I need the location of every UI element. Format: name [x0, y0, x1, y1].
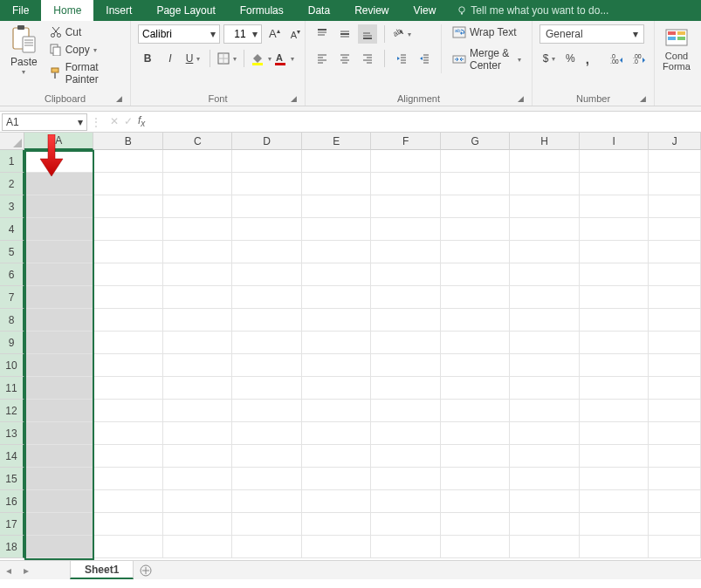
cell[interactable] — [93, 195, 162, 218]
cell[interactable] — [232, 309, 301, 332]
tell-me-search[interactable]: Tell me what you want to do... — [448, 0, 617, 21]
cell[interactable] — [649, 400, 701, 422]
font-name-select[interactable]: ▾ — [138, 24, 220, 44]
cell[interactable] — [24, 150, 93, 173]
cell[interactable] — [93, 309, 162, 332]
cell[interactable] — [371, 513, 440, 536]
cell[interactable] — [163, 263, 232, 286]
cell[interactable] — [232, 536, 301, 558]
cell[interactable] — [510, 173, 579, 195]
cell[interactable] — [232, 513, 301, 536]
cell[interactable] — [510, 445, 579, 468]
cell[interactable] — [510, 263, 579, 286]
cell[interactable] — [302, 263, 371, 286]
row-header[interactable]: 3 — [0, 195, 24, 218]
cell[interactable] — [163, 218, 232, 241]
cell[interactable] — [371, 422, 440, 445]
cell[interactable] — [24, 490, 93, 513]
cell[interactable] — [24, 445, 93, 468]
cell[interactable] — [371, 354, 440, 377]
cell[interactable] — [371, 377, 440, 400]
cell[interactable] — [232, 490, 301, 513]
cell[interactable] — [93, 468, 162, 490]
cell[interactable] — [163, 150, 232, 173]
formula-input[interactable] — [154, 113, 698, 131]
cell[interactable] — [580, 332, 649, 354]
borders-button[interactable]: ▾ — [217, 49, 237, 68]
number-format-select[interactable]: General ▾ — [539, 24, 644, 44]
cell[interactable] — [580, 150, 649, 173]
cell[interactable] — [371, 218, 440, 241]
cell[interactable] — [510, 400, 579, 422]
comma-button[interactable]: , — [582, 49, 593, 68]
cell[interactable] — [93, 377, 162, 400]
bold-button[interactable]: B — [138, 49, 157, 68]
cell[interactable] — [580, 309, 649, 332]
copy-button[interactable]: Copy ▾ — [46, 42, 123, 58]
cell[interactable] — [93, 445, 162, 468]
name-box[interactable]: A1 ▾ — [2, 113, 87, 131]
cell[interactable] — [441, 263, 510, 286]
cell[interactable] — [302, 377, 371, 400]
font-size-select[interactable]: ▾ — [223, 24, 262, 44]
cell[interactable] — [580, 241, 649, 263]
tab-home[interactable]: Home — [41, 0, 93, 21]
cell[interactable] — [24, 173, 93, 195]
column-header[interactable]: H — [510, 133, 579, 150]
cell[interactable] — [580, 195, 649, 218]
cell[interactable] — [302, 150, 371, 173]
cell[interactable] — [93, 354, 162, 377]
sheet-nav-next[interactable]: ▸ — [17, 561, 35, 579]
tab-page-layout[interactable]: Page Layout — [144, 0, 227, 21]
cells-area[interactable] — [24, 150, 701, 560]
cell[interactable] — [93, 513, 162, 536]
cell[interactable] — [441, 286, 510, 309]
cell[interactable] — [510, 332, 579, 354]
row-header[interactable]: 8 — [0, 309, 24, 332]
column-header[interactable]: D — [232, 133, 301, 150]
cell[interactable] — [580, 468, 649, 490]
cell[interactable] — [580, 400, 649, 422]
cell[interactable] — [441, 468, 510, 490]
cell[interactable] — [441, 422, 510, 445]
wrap-text-button[interactable]: ab Wrap Text — [449, 24, 525, 40]
align-center-button[interactable] — [335, 49, 354, 68]
cell[interactable] — [371, 286, 440, 309]
cell[interactable] — [371, 332, 440, 354]
column-header[interactable]: I — [580, 133, 649, 150]
row-header[interactable]: 16 — [0, 490, 24, 513]
cell[interactable] — [580, 513, 649, 536]
cell[interactable] — [24, 513, 93, 536]
cell[interactable] — [580, 422, 649, 445]
fill-color-button[interactable]: ▾ — [251, 49, 271, 68]
increase-font-button[interactable]: A▴ — [265, 24, 284, 44]
row-header[interactable]: 14 — [0, 445, 24, 468]
cell[interactable] — [163, 309, 232, 332]
cell[interactable] — [580, 263, 649, 286]
cell[interactable] — [371, 195, 440, 218]
column-header[interactable]: G — [441, 133, 510, 150]
row-header[interactable]: 13 — [0, 422, 24, 445]
cell[interactable] — [371, 150, 440, 173]
conditional-formatting-button[interactable]: Cond Forma — [662, 24, 691, 73]
tab-review[interactable]: Review — [342, 0, 401, 21]
cell[interactable] — [232, 332, 301, 354]
cell[interactable] — [441, 150, 510, 173]
cell[interactable] — [510, 513, 579, 536]
cell[interactable] — [441, 536, 510, 558]
cell[interactable] — [649, 173, 701, 195]
cell[interactable] — [302, 468, 371, 490]
cell[interactable] — [649, 218, 701, 241]
cell[interactable] — [510, 490, 579, 513]
row-header[interactable]: 15 — [0, 468, 24, 490]
cut-button[interactable]: Cut — [46, 24, 123, 40]
cell[interactable] — [232, 377, 301, 400]
row-header[interactable]: 12 — [0, 400, 24, 422]
cell[interactable] — [163, 332, 232, 354]
column-header[interactable]: E — [302, 133, 371, 150]
row-header[interactable]: 2 — [0, 173, 24, 195]
row-header[interactable]: 1 — [0, 150, 24, 173]
cell[interactable] — [93, 150, 162, 173]
cell[interactable] — [649, 332, 701, 354]
row-header[interactable]: 7 — [0, 286, 24, 309]
